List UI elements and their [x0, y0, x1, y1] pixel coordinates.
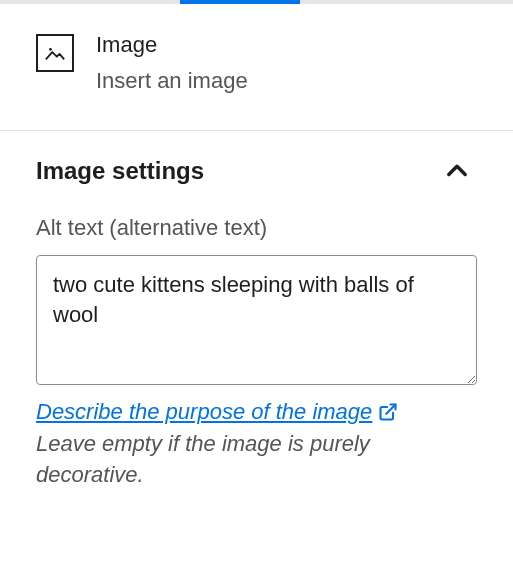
alt-text-input[interactable] — [36, 255, 477, 385]
image-settings-toggle[interactable]: Image settings — [36, 157, 477, 185]
image-settings-title: Image settings — [36, 157, 204, 185]
block-title: Image — [96, 32, 248, 58]
image-settings-panel: Image settings Alt text (alternative tex… — [0, 131, 513, 491]
active-tab-indicator — [180, 0, 300, 4]
describe-image-link[interactable]: Describe the purpose of the image — [36, 399, 398, 425]
alt-text-help: Leave empty if the image is purely decor… — [36, 429, 477, 491]
block-header: Image Insert an image — [0, 4, 513, 130]
svg-line-1 — [387, 405, 396, 414]
svg-point-0 — [49, 48, 52, 51]
chevron-up-icon — [443, 157, 471, 185]
describe-image-link-text: Describe the purpose of the image — [36, 399, 372, 425]
top-border — [0, 0, 513, 4]
block-description: Insert an image — [96, 68, 248, 94]
alt-text-label: Alt text (alternative text) — [36, 215, 477, 241]
external-link-icon — [378, 402, 398, 422]
image-block-icon — [36, 34, 74, 72]
